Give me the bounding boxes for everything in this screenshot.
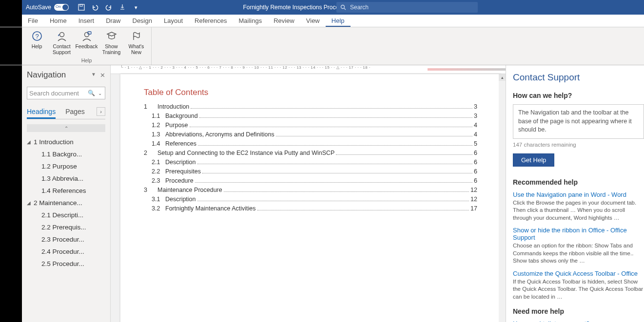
- toc-entry[interactable]: 3.2Fortnightly Maintenance Activities17: [144, 205, 477, 212]
- svg-rect-0: [78, 4, 84, 10]
- contact-support-icon: [56, 30, 68, 42]
- feedback-icon: [81, 30, 93, 42]
- feedback-button[interactable]: Feedback: [76, 30, 98, 49]
- nav-tree-item[interactable]: 2.3 Procedur...: [27, 233, 105, 246]
- document-page[interactable]: Table of Contents 1Introduction31.1Backg…: [120, 74, 501, 322]
- navigation-pane: Navigation ▼ ✕ 🔍 ⌄ HeadingsPages › ⌃ ◢1 …: [22, 65, 111, 322]
- document-area: └ · 1 · · · △ · · 1 · · · 2 · · · 3 · · …: [111, 65, 506, 322]
- toc-entry[interactable]: 1.1Background3: [144, 113, 477, 119]
- nav-tree-item[interactable]: ◢2 Maintenance...: [27, 197, 105, 209]
- tab-mailings[interactable]: Mailings: [233, 15, 268, 27]
- toc-heading: Table of Contents: [144, 88, 477, 97]
- tab-insert[interactable]: Insert: [73, 15, 100, 27]
- toc-entry[interactable]: 3.1Description12: [144, 196, 477, 203]
- search-input[interactable]: [350, 4, 474, 11]
- chevron-down-icon: ◢: [27, 200, 34, 206]
- navigation-tree: ◢1 Introduction1.1 Backgro...1.2 Purpose…: [27, 136, 105, 270]
- toc-entry[interactable]: 1.4References5: [144, 140, 477, 147]
- search-bar[interactable]: [336, 2, 478, 13]
- tab-layout[interactable]: Layout: [158, 15, 189, 27]
- quick-access-toolbar: ▾: [73, 3, 145, 11]
- whats-new-icon: [131, 30, 142, 42]
- tab-view[interactable]: View: [300, 15, 326, 27]
- tab-review[interactable]: Review: [268, 15, 300, 27]
- toc-entry[interactable]: 1Introduction3: [144, 103, 477, 110]
- help-icon: ?: [31, 30, 43, 42]
- support-help-link[interactable]: Customize the Quick Access Toolbar - Off…: [513, 270, 644, 277]
- tab-references[interactable]: References: [189, 15, 233, 27]
- svg-line-3: [344, 8, 346, 10]
- search-icon[interactable]: 🔍: [86, 90, 97, 96]
- nav-tree-item[interactable]: ◢1 Introduction: [27, 136, 105, 148]
- navigation-search-input[interactable]: [29, 90, 86, 97]
- support-help-desc: Choose an option for the ribbon: Show Ta…: [513, 242, 644, 265]
- tab-design[interactable]: Design: [127, 15, 158, 27]
- nav-tree-item[interactable]: 2.5 Procedur...: [27, 258, 105, 270]
- autosave-toggle[interactable]: AutoSave On: [22, 4, 73, 11]
- recommended-help-heading: Recommended help: [513, 178, 644, 186]
- toc-entry[interactable]: 1.3Abbreviations, Acronyms and Definitio…: [144, 131, 477, 138]
- toggle-switch-icon[interactable]: On: [54, 4, 69, 11]
- toc-entry[interactable]: 3Maintenance Procedure12: [144, 187, 477, 193]
- vertical-scrollbar[interactable]: ▴: [499, 74, 506, 322]
- close-icon[interactable]: ✕: [100, 72, 105, 79]
- tab-file[interactable]: File: [22, 15, 44, 27]
- redo-icon[interactable]: [105, 3, 113, 11]
- tab-home[interactable]: Home: [44, 15, 73, 27]
- support-help-desc: Click the Browse the pages in your docum…: [513, 199, 644, 222]
- nav-toolbar[interactable]: ⌃: [27, 124, 105, 132]
- svg-text:?: ?: [35, 33, 39, 40]
- horizontal-ruler[interactable]: └ · 1 · · · △ · · 1 · · · 2 · · · 3 · · …: [111, 65, 506, 74]
- contact-support-button[interactable]: ContactSupport: [51, 30, 73, 55]
- svg-point-2: [341, 5, 345, 9]
- autosave-label: AutoSave: [26, 4, 51, 11]
- nav-more-icon[interactable]: ›: [97, 107, 105, 116]
- qat-customize-icon[interactable]: ▾: [132, 3, 140, 11]
- nav-tree-item[interactable]: 1.2 Purpose: [27, 160, 105, 172]
- help-button[interactable]: ?Help: [26, 30, 48, 49]
- show-training-icon: [106, 30, 117, 42]
- scroll-up-icon[interactable]: ▴: [499, 74, 506, 81]
- toc-entry[interactable]: 2.1Description6: [144, 159, 477, 166]
- talk-to-agent-link[interactable]: How can I talk to an agent?: [513, 320, 644, 322]
- tab-draw[interactable]: Draw: [100, 15, 126, 27]
- toc-entry[interactable]: 2.3Procedure6: [144, 177, 477, 184]
- support-help-link[interactable]: Use the Navigation pane in Word - Word: [513, 191, 644, 198]
- toc-entry[interactable]: 1.2Purpose4: [144, 122, 477, 129]
- svg-rect-1: [80, 4, 82, 6]
- contact-support-pane: Contact Support How can we help? The Nav…: [506, 65, 644, 322]
- navigation-search[interactable]: 🔍 ⌄: [27, 87, 105, 99]
- nav-dropdown-icon[interactable]: ▼: [91, 72, 96, 79]
- touch-mode-icon[interactable]: [118, 3, 126, 11]
- nav-tree-item[interactable]: 2.1 Descripti...: [27, 209, 105, 221]
- nav-tree-item[interactable]: 2.4 Procedur...: [27, 246, 105, 258]
- search-options-icon[interactable]: ⌄: [97, 91, 103, 96]
- tab-help[interactable]: Help: [326, 15, 351, 27]
- ribbon-group-label: Help: [22, 57, 151, 65]
- save-icon[interactable]: [78, 3, 85, 11]
- undo-icon[interactable]: [91, 3, 99, 11]
- nav-tab-pages[interactable]: Pages: [65, 108, 85, 118]
- show-training-button[interactable]: ShowTraining: [100, 30, 122, 55]
- support-help-link[interactable]: Show or hide the ribbon in Office - Offi…: [513, 227, 644, 241]
- support-input[interactable]: The Navigation tab and the toolbar at th…: [513, 104, 644, 139]
- navigation-title: Navigation: [27, 70, 66, 80]
- nav-tab-headings[interactable]: Headings: [27, 108, 56, 119]
- nav-tree-item[interactable]: 2.2 Prerequis...: [27, 221, 105, 233]
- main-area: Navigation ▼ ✕ 🔍 ⌄ HeadingsPages › ⌃ ◢1 …: [0, 65, 644, 322]
- svg-point-7: [84, 33, 89, 37]
- ribbon: ?HelpContactSupportFeedbackShowTrainingW…: [0, 27, 644, 65]
- nav-tree-item[interactable]: 1.3 Abbrevia...: [27, 172, 105, 185]
- toc-entry[interactable]: 2.2Prerequisites6: [144, 168, 477, 175]
- ruler-overflow-indicator: [428, 68, 506, 71]
- ribbon-tabs: FileHomeInsertDrawDesignLayoutReferences…: [0, 15, 644, 27]
- whats-new-button[interactable]: What'sNew: [125, 30, 147, 55]
- nav-tree-item[interactable]: 1.1 Backgro...: [27, 148, 105, 160]
- search-icon: [340, 4, 346, 10]
- nav-tree-item[interactable]: 1.4 References: [27, 185, 105, 197]
- support-char-remaining: 147 characters remaining: [513, 142, 644, 148]
- get-help-button[interactable]: Get Help: [513, 153, 554, 167]
- toc-entry[interactable]: 2Setup and Connecting to the EC2 Instanc…: [144, 150, 477, 156]
- navigation-tabs: HeadingsPages ›: [27, 107, 105, 119]
- svg-point-6: [59, 33, 64, 37]
